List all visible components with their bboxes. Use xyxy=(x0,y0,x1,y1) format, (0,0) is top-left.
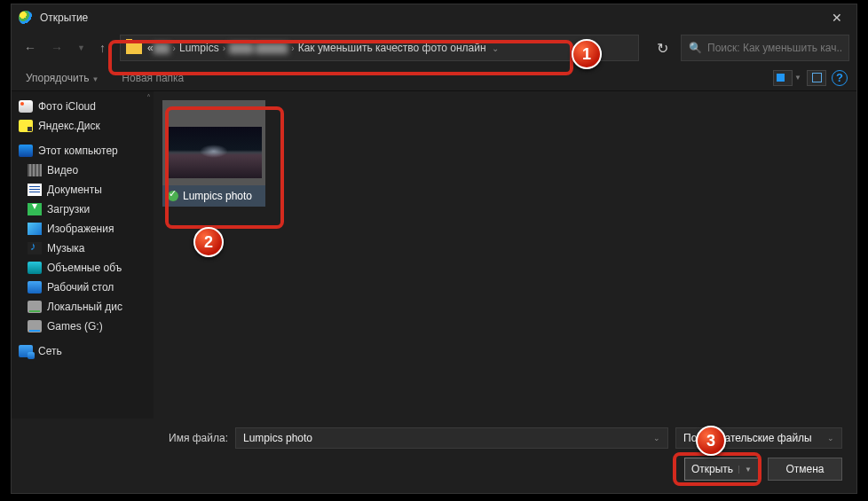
sidebar-item[interactable]: Музыка xyxy=(12,239,154,258)
sidebar-item-label: Музыка xyxy=(47,242,84,254)
titlebar: Открытие ✕ xyxy=(12,4,856,31)
history-dropdown[interactable]: ▼ xyxy=(72,40,91,56)
new-folder-button[interactable]: Новая папка xyxy=(116,68,189,88)
dl-icon xyxy=(28,203,42,215)
yd-icon xyxy=(19,120,33,132)
open-button[interactable]: Открыть ▼ xyxy=(684,458,759,481)
sidebar-item[interactable]: Яндекс.Диск xyxy=(12,116,154,136)
img-icon xyxy=(28,223,42,235)
mus-icon xyxy=(28,242,42,254)
view-dropdown[interactable]: ▼ xyxy=(794,74,801,82)
open-split-icon[interactable]: ▼ xyxy=(738,466,752,474)
sidebar-item-label: Games (G:) xyxy=(47,320,103,333)
sidebar-item[interactable]: Games (G:) xyxy=(12,317,154,336)
disk-icon xyxy=(28,301,42,313)
search-placeholder: Поиск: Как уменьшить кач... xyxy=(707,42,841,54)
file-label: Lumpics photo xyxy=(162,185,265,207)
sidebar-item[interactable]: Этот компьютер xyxy=(12,141,154,160)
close-icon[interactable]: ✕ xyxy=(825,7,849,28)
search-icon: 🔍 xyxy=(689,42,702,54)
breadcrumb-blur2: ▇▇▇ ▇▇▇▇ xyxy=(229,42,288,54)
sidebar: ˄ Фото iCloudЯндекс.ДискЭтот компьютерВи… xyxy=(12,91,154,419)
sidebar-item-label: Сеть xyxy=(38,345,62,357)
breadcrumb-blur1: ▇▇ xyxy=(154,42,170,54)
sidebar-item-label: Документы xyxy=(47,184,102,196)
filename-label: Имя файла: xyxy=(26,432,228,444)
sidebar-item[interactable]: Объемные объ xyxy=(12,258,154,278)
file-name: Lumpics photo xyxy=(183,190,252,202)
sidebar-item-label: Локальный дис xyxy=(47,301,122,313)
sidebar-item-label: Загрузки xyxy=(47,203,90,215)
nav-row: ← → ▼ ↑ « ▇▇ › Lumpics › ▇▇▇ ▇▇▇▇ › Как … xyxy=(12,31,856,65)
file-area[interactable]: Lumpics photo xyxy=(154,91,856,419)
file-thumbnail[interactable]: Lumpics photo xyxy=(162,100,265,207)
cancel-button[interactable]: Отмена xyxy=(768,458,842,481)
gm-icon xyxy=(28,320,42,333)
up-button[interactable]: ↑ xyxy=(94,37,111,59)
sync-ok-icon xyxy=(168,191,178,201)
toolbar: Упорядочить▼ Новая папка ▼ ? xyxy=(12,65,856,91)
sidebar-item[interactable]: Изображения xyxy=(12,219,154,239)
preview-pane-button[interactable] xyxy=(807,70,826,86)
sidebar-item[interactable]: Сеть xyxy=(12,341,154,361)
help-button[interactable]: ? xyxy=(832,70,848,86)
breadcrumb-prefix: « xyxy=(147,42,154,54)
search-input[interactable]: 🔍 Поиск: Как уменьшить кач... xyxy=(681,35,849,61)
sidebar-item-label: Объемные объ xyxy=(47,262,122,274)
filetype-select[interactable]: Пользовательские файлы ⌄ xyxy=(675,427,842,449)
sidebar-item[interactable]: Загрузки xyxy=(12,200,154,219)
back-button[interactable]: ← xyxy=(19,37,42,59)
desk-icon xyxy=(28,281,42,294)
sidebar-item-label: Видео xyxy=(47,164,78,176)
sidebar-item[interactable]: Видео xyxy=(12,160,154,180)
sidebar-item[interactable]: Фото iCloud xyxy=(12,97,154,116)
filename-input[interactable]: Lumpics photo ⌄ xyxy=(235,427,668,449)
icloud-icon xyxy=(19,100,33,113)
chevron-right-icon: › xyxy=(219,43,229,53)
footer: Имя файла: Lumpics photo ⌄ Пользовательс… xyxy=(12,419,856,493)
thumbnail-image xyxy=(166,127,262,178)
scroll-up-icon[interactable]: ˄ xyxy=(146,93,151,103)
sidebar-item-label: Этот компьютер xyxy=(38,145,118,157)
organize-button[interactable]: Упорядочить▼ xyxy=(20,68,104,88)
net-icon xyxy=(19,345,33,357)
sidebar-item-label: Яндекс.Диск xyxy=(38,120,100,132)
window-title: Открытие xyxy=(40,12,88,24)
doc-icon xyxy=(28,184,42,196)
refresh-button[interactable]: ↻ xyxy=(648,36,677,60)
sidebar-item[interactable]: Локальный дис xyxy=(12,297,154,317)
open-dialog: Открытие ✕ ← → ▼ ↑ « ▇▇ › Lumpics › ▇▇▇ … xyxy=(11,4,857,494)
breadcrumb-seg-lumpics[interactable]: Lumpics xyxy=(179,42,219,54)
vid-icon xyxy=(28,164,42,176)
pc-icon xyxy=(19,145,33,157)
address-bar[interactable]: « ▇▇ › Lumpics › ▇▇▇ ▇▇▇▇ › Как уменьшит… xyxy=(120,35,639,61)
sidebar-item-label: Изображения xyxy=(47,223,114,235)
forward-button[interactable]: → xyxy=(45,37,68,59)
app-icon xyxy=(19,11,33,25)
chevron-down-icon[interactable]: ⌄ xyxy=(653,434,660,442)
sidebar-item[interactable]: Документы xyxy=(12,180,154,200)
sidebar-item[interactable]: Рабочий стол xyxy=(12,278,154,297)
sidebar-item-label: Рабочий стол xyxy=(47,281,114,294)
address-history-dropdown[interactable]: ⌄ xyxy=(486,43,504,53)
sidebar-item-label: Фото iCloud xyxy=(38,100,96,113)
chevron-down-icon[interactable]: ⌄ xyxy=(827,434,834,442)
3d-icon xyxy=(28,262,42,274)
view-mode-button[interactable] xyxy=(773,70,793,86)
chevron-right-icon: › xyxy=(170,43,179,53)
folder-icon xyxy=(126,42,142,54)
chevron-right-icon: › xyxy=(288,43,297,53)
breadcrumb-seg-current[interactable]: Как уменьшить качество фото онлайн xyxy=(298,42,486,54)
